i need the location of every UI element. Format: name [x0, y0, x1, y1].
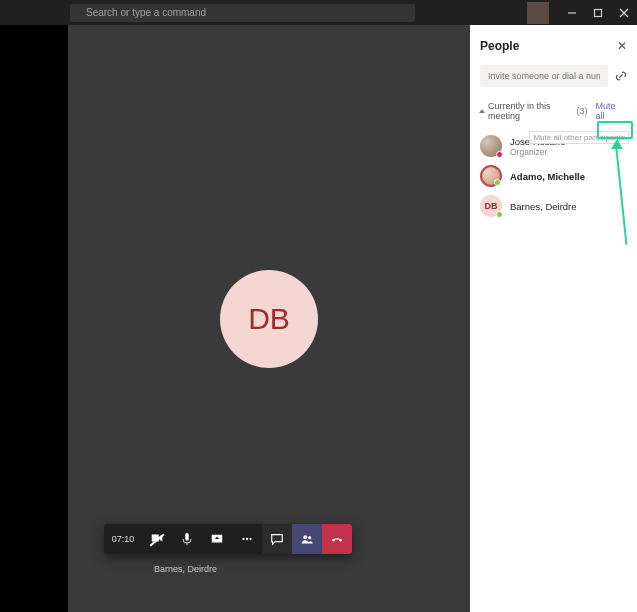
svg-rect-1: [595, 9, 602, 16]
avatar: DB: [480, 195, 502, 217]
close-window-button[interactable]: [611, 0, 637, 25]
people-icon: [300, 532, 314, 546]
avatar: [480, 135, 502, 157]
search-input[interactable]: Search or type a command: [70, 4, 415, 22]
people-button[interactable]: [292, 524, 322, 554]
camera-icon: [150, 531, 164, 545]
participant-row[interactable]: DB Barnes, Deirdre: [480, 191, 627, 221]
mic-toggle-button[interactable]: [172, 524, 202, 554]
people-panel: People ✕ Currently in this meeting (3) M…: [470, 25, 637, 612]
minimize-button[interactable]: [559, 0, 585, 25]
camera-toggle-button[interactable]: [142, 524, 172, 554]
participant-row[interactable]: Jose Rosario Organizer Mute all other pa…: [480, 131, 627, 161]
chat-button[interactable]: [262, 524, 292, 554]
people-title: People: [480, 39, 519, 53]
main-area: DB 07:10 Bar: [0, 25, 637, 612]
more-actions-button[interactable]: [232, 524, 262, 554]
mic-icon: [180, 532, 194, 546]
maximize-button[interactable]: [585, 0, 611, 25]
participant-role: Organizer: [510, 147, 565, 157]
meeting-stage: DB 07:10 Bar: [68, 25, 470, 612]
svg-point-6: [249, 538, 251, 540]
speaker-avatar: DB: [220, 270, 318, 368]
section-label: Currently in this meeting: [488, 101, 573, 121]
participant-row[interactable]: Adamo, Michelle: [480, 161, 627, 191]
window-controls: [527, 0, 637, 25]
caret-icon: [479, 109, 485, 113]
participant-name: Adamo, Michelle: [510, 171, 585, 182]
section-header[interactable]: Currently in this meeting (3) Mute all: [480, 99, 627, 123]
presence-busy-icon: [496, 151, 503, 158]
participant-name: Barnes, Deirdre: [510, 201, 577, 212]
svg-point-8: [308, 536, 311, 539]
chat-icon: [270, 532, 284, 546]
avatar: [480, 165, 502, 187]
call-timer: 07:10: [104, 524, 142, 554]
copy-link-button[interactable]: [614, 65, 628, 87]
hangup-icon: [330, 532, 344, 546]
speaker-initials: DB: [248, 302, 290, 336]
section-count: (3): [577, 106, 588, 116]
search-placeholder: Search or type a command: [86, 7, 206, 18]
share-button[interactable]: [202, 524, 232, 554]
close-panel-button[interactable]: ✕: [617, 39, 627, 53]
more-icon: [240, 532, 254, 546]
speaker-caption: Barnes, Deirdre: [154, 564, 217, 574]
profile-tile[interactable]: [527, 2, 549, 24]
hangup-button[interactable]: [322, 524, 352, 554]
meeting-toolbar: 07:10: [104, 524, 352, 554]
invite-input[interactable]: [480, 65, 608, 87]
app-rail: [0, 25, 68, 612]
svg-point-7: [303, 535, 307, 539]
svg-point-4: [242, 538, 244, 540]
share-icon: [210, 532, 224, 546]
link-icon: [614, 69, 628, 83]
mute-all-tooltip: Mute all other participants: [529, 131, 629, 144]
presence-available-icon: [494, 179, 501, 186]
title-bar: Search or type a command: [0, 0, 637, 25]
presence-available-icon: [496, 211, 503, 218]
mute-all-button[interactable]: Mute all: [592, 99, 627, 123]
svg-point-5: [246, 538, 248, 540]
